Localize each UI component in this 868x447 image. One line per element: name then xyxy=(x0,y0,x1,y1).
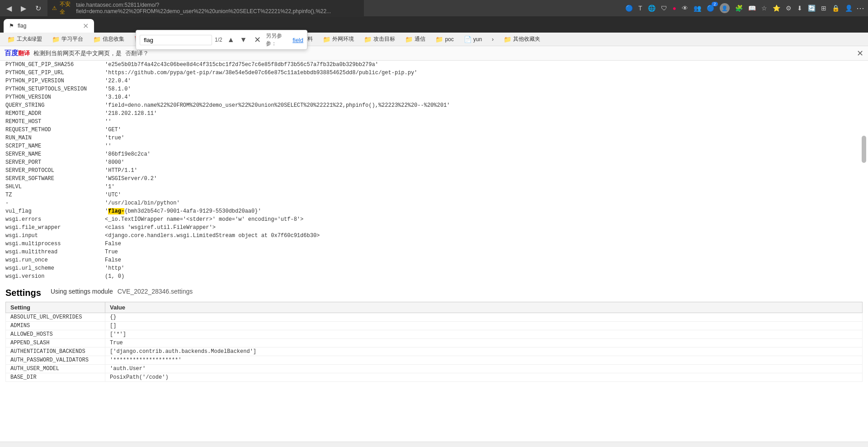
bookmark-tongxin[interactable]: 📁 通信 xyxy=(401,34,429,44)
bookmark-label: 攻击目标 xyxy=(373,35,395,43)
row-key: RUN_MAIN xyxy=(0,134,99,142)
page-content: PYTHON_GET_PIP_SHA256'e25e5b01b7f4a42c43… xyxy=(0,61,868,382)
tab-title: flag xyxy=(18,23,26,29)
row-value: '1' xyxy=(99,183,868,191)
address-bar[interactable]: ⚠ 不安全 taie.hantaosec.com:52811/demo/?fie… xyxy=(47,0,364,17)
bookmark-poc[interactable]: 📁 poc xyxy=(432,35,457,44)
table-row: -'/usr/local/bin/python' xyxy=(0,199,868,207)
eye-icon[interactable]: 👁 xyxy=(680,4,690,13)
extension-icon[interactable]: ● xyxy=(671,4,678,13)
sync-icon[interactable]: 🔄 xyxy=(806,4,817,13)
row-key: wsgi.multithread xyxy=(0,248,99,256)
translate-icon[interactable]: T xyxy=(637,4,644,13)
shield-icon[interactable]: 🛡 xyxy=(659,4,669,13)
row-value: '' xyxy=(99,142,868,150)
row-value: 'HTTP/1.1' xyxy=(99,166,868,175)
star-icon[interactable]: ☆ xyxy=(760,4,769,13)
back-button[interactable]: ◀ xyxy=(4,3,14,14)
vertical-scrollbar[interactable] xyxy=(862,136,866,163)
find-prev-button[interactable]: ▲ xyxy=(225,35,237,45)
user-icon[interactable]: 👤 xyxy=(843,4,854,13)
row-key: wsgi.url_scheme xyxy=(0,264,99,272)
row-key: QUERY_STRING xyxy=(0,101,99,109)
row-key: SHLVL xyxy=(0,183,99,191)
settings-section: Settings Using settings module CVE_2022_… xyxy=(0,284,868,382)
bookmark-waiwang[interactable]: 📁 外网环境 xyxy=(319,34,358,44)
folder-icon: 📁 xyxy=(93,36,101,43)
bookmark-others[interactable]: 📁 其他收藏夹 xyxy=(500,34,544,44)
row-value: <class 'wsgiref.util.FileWrapper'> xyxy=(99,224,868,232)
table-row: PYTHON_GET_PIP_SHA256'e25e5b01b7f4a42c43… xyxy=(0,61,868,69)
table-row: SERVER_SOFTWARE'WSGIServer/0.2' xyxy=(0,175,868,183)
setting-value: ['django.contrib.auth.backends.ModelBack… xyxy=(105,347,863,356)
globe-icon[interactable]: 🌐 xyxy=(646,4,657,13)
translate-bar: 百度翻译 检测到当前网页不是中文网页，是 否翻译？ ✕ xyxy=(0,46,868,61)
folder-icon: 📁 xyxy=(435,36,443,43)
find-input[interactable] xyxy=(140,35,212,45)
row-value: '86bf19e8c2ca' xyxy=(99,150,868,158)
translate-prompt: 检测到当前网页不是中文网页，是 xyxy=(33,49,122,57)
table-row: REMOTE_HOST'' xyxy=(0,118,868,126)
active-tab[interactable]: ⚑ flag ✕ xyxy=(4,19,94,33)
wsgi-data-table: PYTHON_GET_PIP_SHA256'e25e5b01b7f4a42c43… xyxy=(0,61,868,281)
row-value: True xyxy=(99,248,868,256)
reader-icon[interactable]: 📖 xyxy=(746,4,758,13)
setting-key: ALLOWED_HOSTS xyxy=(6,330,105,339)
row-key: PYTHON_VERSION xyxy=(0,93,99,101)
bookmark-label: 外网环境 xyxy=(332,35,354,43)
row-key: SERVER_SOFTWARE xyxy=(0,175,99,183)
chevron-right-icon: › xyxy=(492,36,494,43)
lock-icon[interactable]: 🔒 xyxy=(830,4,841,13)
bookmark-xuexi[interactable]: 📁 学习平台 xyxy=(48,34,87,44)
row-value: 'WSGIServer/0.2' xyxy=(99,175,868,183)
row-value: '8000' xyxy=(99,158,868,166)
settings-title: Settings xyxy=(5,288,42,298)
find-close-button[interactable]: ✕ xyxy=(252,34,263,46)
settings-icon[interactable]: ⚙ xyxy=(784,4,793,13)
bookmark-label: 通信 xyxy=(415,35,425,43)
bookmark-gongda[interactable]: 📁 工大&绿盟 xyxy=(4,34,46,44)
row-key: SERVER_NAME xyxy=(0,150,99,158)
table-row: REMOTE_ADDR'218.202.128.11' xyxy=(0,109,868,118)
apps-icon[interactable]: ⊞ xyxy=(819,4,828,13)
puzzle-icon[interactable]: 🧩 xyxy=(733,4,745,13)
settings-row: ALLOWED_HOSTS['*'] xyxy=(6,330,863,339)
people-icon[interactable]: 👥 xyxy=(692,4,703,13)
bookmark-yun[interactable]: 📄 yun xyxy=(460,35,486,44)
more-button[interactable]: ⋯ xyxy=(856,3,864,13)
bookmark-label: poc xyxy=(445,36,453,43)
setting-value: True xyxy=(105,339,863,347)
row-key: wsgi.run_once xyxy=(0,256,99,264)
refresh-button[interactable]: ↻ xyxy=(33,3,44,14)
also-see-link[interactable]: field xyxy=(292,37,303,43)
find-next-button[interactable]: ▼ xyxy=(238,35,250,45)
table-row: PYTHON_VERSION'3.10.4' xyxy=(0,93,868,101)
folder-icon: 📁 xyxy=(364,36,372,43)
folder-icon: 📁 xyxy=(504,36,511,43)
tab-close-button[interactable]: ✕ xyxy=(83,22,89,30)
settings-module-name: CVE_2022_28346.settings xyxy=(118,288,193,295)
table-row: vul_flag'flag-{bmh3d2b54c7-9001-4afa-912… xyxy=(0,207,868,215)
bookmark-chevron[interactable]: › xyxy=(488,35,497,43)
download-icon[interactable]: ⬇ xyxy=(795,4,804,13)
collection-icon[interactable]: ⭐ xyxy=(771,4,782,13)
setting-key: ABSOLUTE_URL_OVERRIDES xyxy=(6,313,105,322)
row-key: TZ xyxy=(0,191,99,199)
profile-icon[interactable]: 🔵 xyxy=(623,4,635,13)
folder-icon: 📁 xyxy=(405,36,413,43)
bookmark-xinxi[interactable]: 📁 信息收集 xyxy=(90,34,128,44)
table-row: wsgi.multiprocessFalse xyxy=(0,240,868,248)
forward-button[interactable]: ▶ xyxy=(18,3,29,14)
avatar[interactable]: 👤 xyxy=(718,2,731,14)
table-row: SERVER_NAME'86bf19e8c2ca' xyxy=(0,150,868,158)
bookmark-gongji[interactable]: 📁 攻击目标 xyxy=(360,34,399,44)
row-key: wsgi.multiprocess xyxy=(0,240,99,248)
settings-module-label: Using settings module xyxy=(51,288,113,295)
row-key: vul_flag xyxy=(0,207,99,215)
setting-key: AUTHENTICATION_BACKENDS xyxy=(6,347,105,356)
badge-icon[interactable]: 🔵2 xyxy=(705,4,716,13)
translate-close-button[interactable]: ✕ xyxy=(857,48,863,58)
settings-col-setting: Setting xyxy=(6,302,105,313)
setting-key: ADMINS xyxy=(6,322,105,330)
table-row: SERVER_PROTOCOL'HTTP/1.1' xyxy=(0,166,868,175)
